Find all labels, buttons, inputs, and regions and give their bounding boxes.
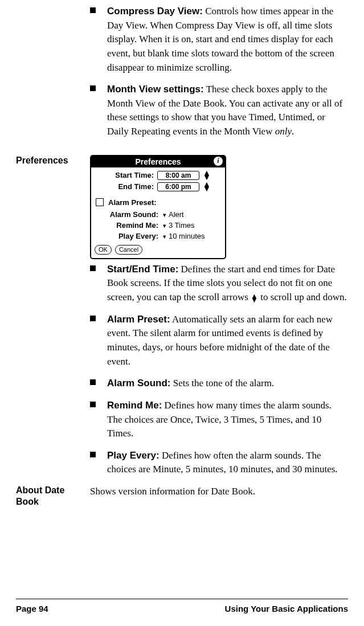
- palm-title-bar: Preferences i: [91, 156, 225, 167]
- section-top-list: Compress Day View: Controls how times ap…: [90, 5, 348, 139]
- palm-button-row: OK Cancel: [91, 242, 225, 258]
- palm-remind-value: 3 Times: [161, 221, 195, 230]
- palm-play-value: 10 minutes: [161, 232, 205, 240]
- page-footer: Page 94 Using Your Basic Applications: [16, 599, 348, 613]
- list-item-body: Sets the tone of the alarm.: [173, 378, 275, 388]
- palm-start-time-value: 8:00 am: [157, 171, 199, 180]
- list-item: Compress Day View: Controls how times ap…: [90, 5, 348, 75]
- page: Compress Day View: Controls how times ap…: [0, 0, 364, 626]
- palm-alarm-sound-row: Alarm Sound: Alert: [91, 209, 225, 220]
- palm-ok-button: OK: [95, 245, 112, 255]
- about-body: Shows version information for Date Book.: [90, 485, 348, 499]
- section-top: Compress Day View: Controls how times ap…: [16, 5, 348, 147]
- spinner-icon: ▲▼: [203, 182, 211, 191]
- palm-end-time-row: End Time: 6:00 pm ▲▼: [91, 181, 225, 193]
- palm-start-time-label: Start Time:: [91, 171, 157, 179]
- section-top-body: Compress Day View: Controls how times ap…: [90, 5, 348, 147]
- list-item: Start/End Time: Defines the start and en…: [90, 263, 348, 305]
- list-item-title: Alarm Sound:: [107, 378, 170, 388]
- square-bullet-icon: [90, 316, 96, 321]
- palm-end-time-label: End Time:: [91, 182, 157, 191]
- list-item-text: Play Every: Defines how often the alarm …: [107, 449, 348, 477]
- palm-title-text: Preferences: [135, 157, 181, 166]
- list-item: Alarm Preset: Automatically sets an alar…: [90, 313, 348, 369]
- square-bullet-icon: [90, 7, 96, 13]
- page-number: Page 94: [16, 604, 48, 613]
- palm-end-time-value: 6:00 pm: [157, 182, 199, 191]
- list-item-body-ital: only: [275, 126, 292, 137]
- palm-remind-label: Remind Me:: [91, 221, 161, 230]
- list-item-text: Alarm Preset: Automatically sets an alar…: [107, 313, 348, 369]
- spinner-icon: ▲▼: [203, 171, 211, 179]
- section-preferences: Preferences Preferences i Start Time: 8:…: [16, 155, 348, 485]
- square-bullet-icon: [90, 379, 96, 385]
- palm-alarm-preset-row: Alarm Preset:: [91, 193, 225, 209]
- info-icon: i: [214, 157, 223, 166]
- square-bullet-icon: [90, 85, 96, 91]
- list-item-text: Month View settings: These check boxes a…: [107, 83, 348, 139]
- section-name: Using Your Basic Applications: [225, 604, 348, 613]
- preferences-list: Start/End Time: Defines the start and en…: [90, 263, 348, 477]
- list-item-title: Remind Me:: [107, 400, 162, 411]
- list-item-text: Compress Day View: Controls how times ap…: [107, 5, 348, 75]
- list-item-body-post: .: [292, 126, 294, 137]
- palm-cancel-button: Cancel: [115, 245, 142, 255]
- list-item-text: Remind Me: Defines how many times the al…: [107, 399, 348, 441]
- palm-alarm-sound-value: Alert: [161, 210, 184, 219]
- palm-alarm-sound-label: Alarm Sound:: [91, 210, 161, 219]
- list-item-body-post: to scroll up and down.: [258, 292, 347, 302]
- palm-screenshot: Preferences i Start Time: 8:00 am ▲▼ End…: [90, 155, 226, 259]
- list-item: Play Every: Defines how often the alarm …: [90, 449, 348, 477]
- checkbox-icon: [96, 198, 104, 206]
- preferences-body: Preferences i Start Time: 8:00 am ▲▼ End…: [90, 155, 348, 485]
- list-item: Alarm Sound: Sets the tone of the alarm.: [90, 377, 348, 391]
- palm-remind-row: Remind Me: 3 Times: [91, 220, 225, 231]
- palm-alarm-preset-label: Alarm Preset:: [108, 198, 157, 207]
- square-bullet-icon: [90, 402, 96, 407]
- list-item-title: Play Every:: [107, 450, 159, 461]
- about-heading: About Date Book: [16, 485, 90, 508]
- list-item-text: Start/End Time: Defines the start and en…: [107, 263, 348, 305]
- list-item: Remind Me: Defines how many times the al…: [90, 399, 348, 441]
- palm-play-label: Play Every:: [91, 232, 161, 240]
- list-item-title: Compress Day View:: [107, 6, 203, 17]
- preferences-heading: Preferences: [16, 155, 90, 166]
- list-item: Month View settings: These check boxes a…: [90, 83, 348, 139]
- square-bullet-icon: [90, 452, 96, 457]
- scroll-arrows-icon: ▲▼: [251, 294, 258, 302]
- section-about: About Date Book Shows version informatio…: [16, 485, 348, 508]
- square-bullet-icon: [90, 265, 96, 271]
- list-item-title: Month View settings:: [107, 84, 204, 95]
- palm-play-row: Play Every: 10 minutes: [91, 231, 225, 242]
- list-item-text: Alarm Sound: Sets the tone of the alarm.: [107, 377, 274, 391]
- list-item-title: Alarm Preset:: [107, 314, 170, 325]
- list-item-title: Start/End Time:: [107, 264, 178, 275]
